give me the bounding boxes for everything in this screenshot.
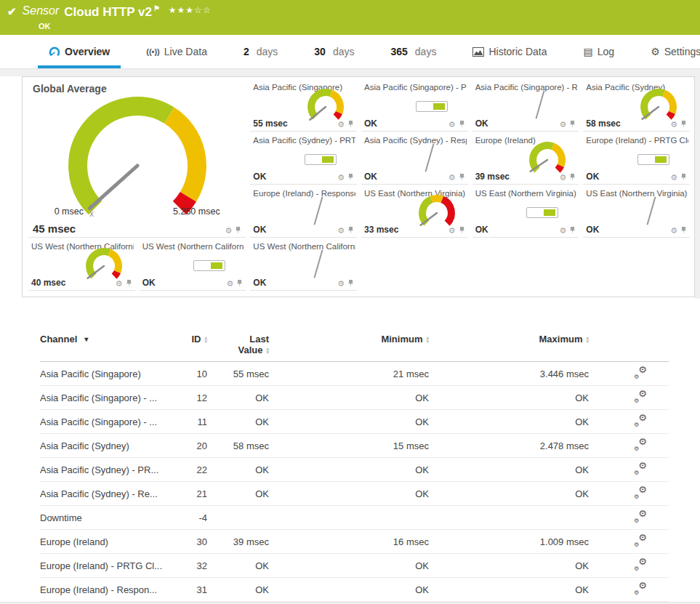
column-header-last-value[interactable]: LastValue▴ ▾ xyxy=(207,329,269,362)
pin-icon[interactable] xyxy=(347,280,354,288)
pin-icon[interactable] xyxy=(347,227,354,235)
channel-table-section: Channel▾ ID▴ ▾ LastValue▴ ▾ Minimum▴ ▾ M… xyxy=(0,297,700,602)
gear-icon[interactable]: ⚙ xyxy=(448,121,456,129)
pin-icon[interactable] xyxy=(347,174,354,182)
channel-tile-gauge xyxy=(429,143,430,172)
channel-tile[interactable]: Asia Pacific (Sydney) - Respo... OK ⚙ xyxy=(361,132,468,185)
channel-tile[interactable]: Europe (Ireland) 39 msec ⚙ xyxy=(472,132,579,185)
tab-30-days[interactable]: 30days xyxy=(303,38,365,68)
channel-tile[interactable]: US East (Northern Virginia) - ... OK ⚙ xyxy=(583,185,690,238)
global-average-value: 45 msec xyxy=(33,222,76,235)
cell-minimum xyxy=(269,506,429,530)
pin-icon[interactable] xyxy=(459,227,465,235)
channel-tile-label: Europe (Ireland) - Response C... xyxy=(253,189,355,198)
cell-maximum: OK xyxy=(429,578,589,602)
channel-tile[interactable]: US West (Northern California)... OK ⚙ xyxy=(250,238,357,291)
gear-icon[interactable]: ⚙ xyxy=(559,227,566,235)
pin-icon[interactable] xyxy=(680,121,687,129)
channel-tile[interactable]: Asia Pacific (Sydney) 58 msec ⚙ xyxy=(583,78,690,132)
channel-settings-icon[interactable]: ⚙⚙ xyxy=(634,534,647,547)
gear-icon[interactable]: ⚙ xyxy=(559,174,566,182)
channel-tile[interactable]: Asia Pacific (Singapore) 55 msec ⚙ xyxy=(250,78,357,132)
channel-settings-icon[interactable]: ⚙⚙ xyxy=(634,462,647,475)
tab-historic-data[interactable]: Historic Data xyxy=(462,38,558,68)
channel-settings-icon[interactable]: ⚙⚙ xyxy=(634,414,647,427)
pin-icon[interactable] xyxy=(235,227,241,235)
gear-icon[interactable]: ⚙ xyxy=(337,227,345,235)
gear-icon[interactable]: ⚙ xyxy=(116,280,123,288)
channel-tile-label: US East (Northern Virginia) - ... xyxy=(475,189,578,198)
pin-icon[interactable] xyxy=(569,227,576,235)
channel-tile[interactable]: Asia Pacific (Singapore) - Res... OK ⚙ xyxy=(472,78,579,132)
column-header-minimum[interactable]: Minimum▴ ▾ xyxy=(269,329,429,362)
gear-icon[interactable]: ⚙ xyxy=(337,174,345,182)
channel-settings-icon[interactable]: ⚙⚙ xyxy=(634,510,647,523)
tab-365-days[interactable]: 365days xyxy=(379,38,447,68)
gauge-scale-max: 5.250 msec xyxy=(173,206,220,217)
channel-tile[interactable]: Asia Pacific (Sydney) - PRTG ... OK ⚙ xyxy=(250,132,357,185)
priority-stars[interactable]: ★★★☆☆ xyxy=(169,5,212,15)
live-data-icon: ((•)) xyxy=(146,47,160,56)
channel-tile[interactable]: Europe (Ireland) - Response C... OK ⚙ xyxy=(250,185,357,238)
pin-icon[interactable] xyxy=(236,280,243,288)
channel-tile[interactable]: Asia Pacific (Singapore) - PR... OK ⚙ xyxy=(361,78,468,132)
tab-settings[interactable]: ⚙ Settings xyxy=(640,38,700,68)
gear-icon[interactable]: ⚙ xyxy=(670,227,677,235)
gear-icon[interactable]: ⚙ xyxy=(670,121,677,129)
channel-settings-icon[interactable]: ⚙⚙ xyxy=(634,366,647,379)
cell-last-value: OK xyxy=(207,386,269,410)
channel-tile-value: OK xyxy=(364,172,377,182)
channel-tile-value: 55 msec xyxy=(253,118,287,129)
channel-settings-icon[interactable]: ⚙⚙ xyxy=(634,582,647,595)
gear-icon[interactable]: ⚙ xyxy=(226,280,233,288)
tab-live-data[interactable]: ((•)) Live Data xyxy=(135,38,218,68)
channel-tile[interactable]: US West (Northern California) 40 msec ⚙ xyxy=(28,238,135,291)
gear-icon[interactable]: ⚙ xyxy=(448,227,456,235)
gear-icon[interactable]: ⚙ xyxy=(448,174,456,182)
gear-icon[interactable]: ⚙ xyxy=(337,121,345,129)
channel-tile-value: OK xyxy=(586,225,599,235)
pin-icon[interactable] xyxy=(569,121,576,129)
pin-icon[interactable] xyxy=(126,280,132,288)
pin-icon[interactable] xyxy=(347,121,354,129)
column-header-channel[interactable]: Channel▾ xyxy=(40,329,178,362)
cell-channel: Asia Pacific (Singapore) - ... xyxy=(40,386,178,410)
cell-maximum: 1.009 msec xyxy=(429,530,589,554)
tab-log[interactable]: ▤ Log xyxy=(573,38,626,68)
cell-maximum xyxy=(429,506,589,530)
channel-tile-value: OK xyxy=(364,118,377,129)
global-average-tile[interactable]: Global Average x̄ 0 msec 5.250 msec 45 m… xyxy=(28,78,246,238)
channel-settings-icon[interactable]: ⚙⚙ xyxy=(634,390,647,403)
cell-channel: Asia Pacific (Sydney) - PR... xyxy=(40,458,178,482)
channel-settings-icon[interactable]: ⚙⚙ xyxy=(634,438,647,451)
channel-tile[interactable]: US West (Northern California)... OK ⚙ xyxy=(140,238,246,291)
channel-tile[interactable]: Europe (Ireland) - PRTG Cloud... OK ⚙ xyxy=(583,132,690,185)
sort-icon: ▴ ▾ xyxy=(426,337,429,343)
cell-id: 10 xyxy=(178,362,207,386)
chevron-down-icon: ▾ xyxy=(84,335,88,343)
channel-tile-label: Asia Pacific (Singapore) - PR... xyxy=(364,83,467,92)
column-header-id[interactable]: ID▴ ▾ xyxy=(178,329,207,362)
needle-indicator xyxy=(647,196,656,225)
chart-icon xyxy=(472,47,484,57)
pin-icon[interactable] xyxy=(680,227,687,235)
tab-2-days[interactable]: 2days xyxy=(233,38,289,68)
cell-last-value xyxy=(207,506,269,530)
gear-icon[interactable]: ⚙ xyxy=(670,174,677,182)
channel-tile-gauge xyxy=(637,154,669,165)
channel-tile[interactable]: US East (Northern Virginia) - ... OK ⚙ xyxy=(472,185,579,238)
tab-overview[interactable]: Overview xyxy=(38,38,121,68)
cell-id: 12 xyxy=(178,386,207,410)
pin-icon[interactable] xyxy=(459,174,465,182)
channel-settings-icon[interactable]: ⚙⚙ xyxy=(634,558,647,571)
channel-settings-icon[interactable]: ⚙⚙ xyxy=(634,486,647,499)
pin-icon[interactable] xyxy=(569,174,576,182)
gear-icon[interactable]: ⚙ xyxy=(337,280,345,288)
channel-tile[interactable]: US East (Northern Virginia) 33 msec ⚙ xyxy=(361,185,468,238)
flag-icon[interactable]: ⚑ xyxy=(153,4,160,12)
column-header-maximum[interactable]: Maximum▴ ▾ xyxy=(429,329,589,362)
gear-icon[interactable]: ⚙ xyxy=(559,121,566,129)
pin-icon[interactable] xyxy=(459,121,465,129)
pin-icon[interactable] xyxy=(680,174,687,182)
gear-icon[interactable]: ⚙ xyxy=(225,227,232,235)
